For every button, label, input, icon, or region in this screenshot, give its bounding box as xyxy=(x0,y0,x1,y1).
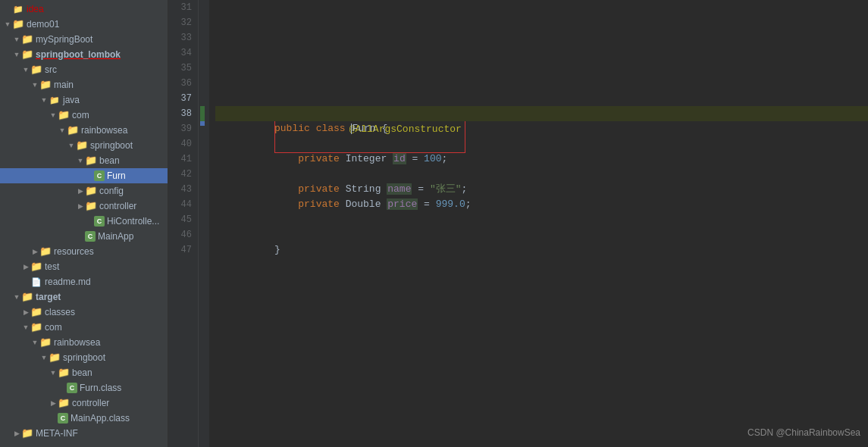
line-number: 39 xyxy=(168,121,192,136)
sidebar-item-label: com xyxy=(45,322,168,333)
code-line-32 xyxy=(215,15,868,30)
folder-icon: 📁 xyxy=(39,79,52,91)
sidebar-item-label: test xyxy=(45,261,168,272)
line-number: 42 xyxy=(168,167,192,182)
folder-icon: 📁 xyxy=(85,155,97,167)
arrow-icon: ▼ xyxy=(49,111,58,119)
sidebar-item-label: java xyxy=(63,95,168,105)
sidebar-item-config[interactable]: ▶ 📁 config xyxy=(0,183,168,198)
arrow-icon: ▼ xyxy=(12,293,21,301)
sidebar-item-label: config xyxy=(99,186,168,196)
arrow-icon: ▶ xyxy=(76,202,85,210)
folder-icon: 📁 xyxy=(21,33,33,45)
class-icon: C xyxy=(58,413,68,424)
sidebar-item-java[interactable]: ▼ 📁 java xyxy=(0,92,168,108)
sidebar-item-label: controller xyxy=(72,398,168,408)
sidebar-item-label: main xyxy=(54,80,168,90)
sidebar-item-rainbowsea-target[interactable]: ▼ 📁 rainbowsea xyxy=(0,335,168,350)
arrow-icon: ▼ xyxy=(30,339,39,346)
arrow-icon: ▶ xyxy=(76,187,85,195)
folder-icon: 📁 xyxy=(12,3,24,15)
arrow-icon: ▼ xyxy=(39,96,49,104)
sidebar-item-springboot[interactable]: ▼ 📁 springboot xyxy=(0,138,168,153)
code-line-45 xyxy=(215,212,868,227)
folder-icon: 📁 xyxy=(58,109,70,121)
sidebar-item-classes[interactable]: ▶ 📁 classes xyxy=(0,305,168,320)
sidebar-item-bean-target[interactable]: ▼ 📁 bean xyxy=(0,365,168,380)
arrow-icon: ▼ xyxy=(49,369,58,377)
sidebar-item-label: classes xyxy=(45,307,168,317)
sidebar-item-meta-inf[interactable]: ▶ 📁 META-INF xyxy=(0,426,168,441)
sidebar-item-src[interactable]: ▼ 📁 src xyxy=(0,62,168,77)
folder-icon: 📁 xyxy=(39,336,52,349)
sidebar-item-label: springboot xyxy=(90,140,168,151)
code-line-38: public class Furn { xyxy=(215,106,868,121)
sidebar-item-readme[interactable]: 📄 readme.md xyxy=(0,274,168,289)
sidebar-item-com-target[interactable]: ▼ 📁 com xyxy=(0,320,168,335)
sidebar-item-myspringboot[interactable]: ▼ 📁 mySpringBoot xyxy=(0,32,168,47)
sidebar-item-furn[interactable]: C Furn xyxy=(0,168,168,183)
arrow-icon: ▶ xyxy=(30,248,39,255)
java-folder-icon: 📁 xyxy=(49,94,61,106)
arrow-icon: ▼ xyxy=(21,66,30,73)
sidebar-item-label: com xyxy=(72,110,168,120)
sidebar-item-label: src xyxy=(45,64,168,75)
project-tree[interactable]: 📁 idea ▼ 📁 demo01 ▼ 📁 mySpringBoot ▼ 📁 s… xyxy=(0,0,168,447)
code-line-33 xyxy=(215,30,868,45)
arrow-icon: ▼ xyxy=(58,127,67,134)
line-number: 33 xyxy=(168,30,192,45)
sidebar-item-label: HiControlle... xyxy=(107,216,168,227)
folder-icon: 📁 xyxy=(49,352,61,364)
sidebar-item-mainapp-class[interactable]: C MainApp.class xyxy=(0,411,168,426)
sidebar-item-com[interactable]: ▼ 📁 com xyxy=(0,108,168,123)
folder-icon: 📁 xyxy=(85,185,97,197)
sidebar-item-demo01[interactable]: ▼ 📁 demo01 xyxy=(0,17,168,32)
sidebar-item-test[interactable]: ▶ 📁 test xyxy=(0,259,168,274)
code-line-44 xyxy=(215,197,868,212)
folder-icon: 📁 xyxy=(67,124,79,136)
folder-icon: 📁 xyxy=(12,18,24,30)
arrow-icon: ▼ xyxy=(39,354,49,361)
code-line-36 xyxy=(215,76,868,91)
sidebar-item-controller-target[interactable]: ▶ 📁 controller xyxy=(0,395,168,411)
code-line-40: private Integer id = 100; xyxy=(215,136,868,152)
sidebar-item-main[interactable]: ▼ 📁 main xyxy=(0,77,168,92)
gutter-mark-blue xyxy=(200,121,205,126)
sidebar-item-label: MainApp xyxy=(98,231,168,242)
code-editor[interactable]: 31 32 33 34 35 36 37 38 39 40 41 42 43 4… xyxy=(168,0,868,447)
sidebar-item-mainapp[interactable]: C MainApp xyxy=(0,229,168,244)
line-number: 38 xyxy=(168,106,192,121)
sidebar-item-controller[interactable]: ▶ 📁 controller xyxy=(0,198,168,214)
sidebar-item-bean[interactable]: ▼ 📁 bean xyxy=(0,153,168,168)
code-content[interactable]: @AllArgsConstructor public class Furn { … xyxy=(209,0,868,447)
editor-panel: 31 32 33 34 35 36 37 38 39 40 41 42 43 4… xyxy=(168,0,868,447)
sidebar-item-furn-class[interactable]: C Furn.class xyxy=(0,380,168,395)
arrow-icon: ▶ xyxy=(21,263,30,270)
arrow-icon: ▶ xyxy=(12,430,21,437)
folder-icon: 📁 xyxy=(30,64,42,76)
folder-icon: 📁 xyxy=(21,427,33,439)
arrow-icon: ▼ xyxy=(21,324,30,331)
sidebar-item-rainbowsea[interactable]: ▼ 📁 rainbowsea xyxy=(0,123,168,138)
folder-icon: 📁 xyxy=(30,306,42,318)
arrow-icon: ▶ xyxy=(21,308,30,316)
code-line-42: private String name = "张三"; xyxy=(215,167,868,182)
folder-icon: 📁 xyxy=(30,261,42,273)
sidebar-item-hicontroller[interactable]: C HiControlle... xyxy=(0,214,168,229)
code-line-41 xyxy=(215,152,868,167)
sidebar-item-label: resources xyxy=(54,246,168,257)
sidebar-item-label: bean xyxy=(72,367,168,378)
gutter-mark xyxy=(200,106,205,121)
arrow-icon: ▼ xyxy=(3,20,12,28)
sidebar-item-springboot-lombok[interactable]: ▼ 📁 springboot_lombok xyxy=(0,47,168,62)
code-line-31 xyxy=(215,0,868,15)
sidebar-item-target[interactable]: ▼ 📁 target xyxy=(0,289,168,305)
sidebar-item-label: META-INF xyxy=(36,428,168,439)
line-number: 34 xyxy=(168,45,192,61)
sidebar-item-idea[interactable]: 📁 idea xyxy=(0,2,168,17)
sidebar-item-label: Furn xyxy=(107,170,168,181)
code-line-35 xyxy=(215,61,868,76)
sidebar-item-springboot-target[interactable]: ▼ 📁 springboot xyxy=(0,350,168,365)
line-number: 35 xyxy=(168,61,192,76)
sidebar-item-resources[interactable]: ▶ 📁 resources xyxy=(0,244,168,259)
